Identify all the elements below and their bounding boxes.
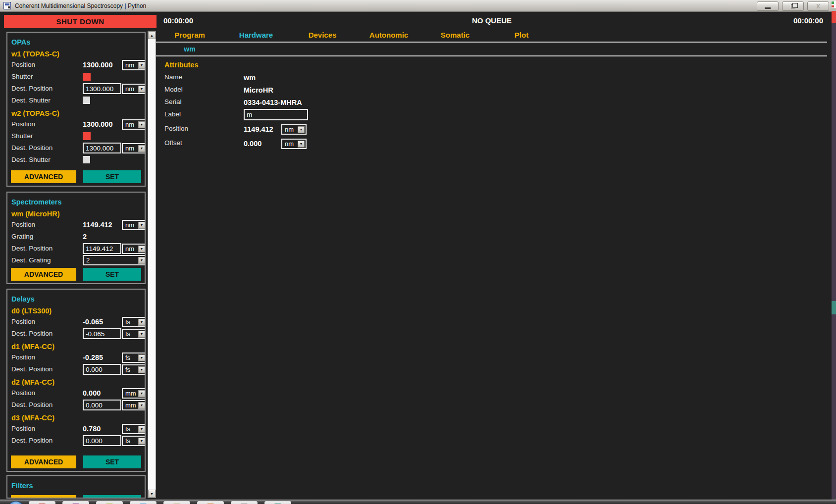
set-button[interactable]: SET bbox=[83, 170, 141, 183]
unit-select[interactable]: fs▼ bbox=[122, 436, 146, 446]
advanced-button[interactable]: ADVANCED bbox=[11, 170, 76, 183]
unit-select[interactable]: fs▼ bbox=[122, 353, 146, 363]
advanced-button[interactable]: ADVANCED bbox=[11, 268, 76, 281]
shutter-indicator bbox=[83, 132, 91, 140]
tab-separator-line bbox=[154, 42, 827, 43]
background-window-icon bbox=[832, 1, 836, 8]
tab-plot[interactable]: Plot bbox=[488, 31, 555, 39]
row-label: Shutter bbox=[11, 73, 33, 80]
taskbar-button[interactable] bbox=[96, 501, 123, 504]
row-dest-grating: Dest. Grating2▼ bbox=[11, 255, 145, 267]
row-position: Position0.780fs▼ bbox=[11, 423, 145, 435]
unit-select[interactable]: 2▼ bbox=[83, 255, 146, 265]
tab-devices[interactable]: Devices bbox=[289, 31, 356, 39]
attr-label: Name bbox=[164, 73, 182, 81]
chevron-down-icon: ▼ bbox=[138, 354, 145, 361]
chevron-down-icon: ▼ bbox=[138, 145, 145, 152]
panel-title: Filters bbox=[7, 479, 145, 491]
taskbar-button[interactable] bbox=[264, 501, 291, 504]
unit-select[interactable]: mm▼ bbox=[122, 400, 146, 410]
taskbar-button[interactable] bbox=[197, 501, 224, 504]
advanced-button[interactable]: ADVANCED bbox=[11, 455, 76, 468]
chevron-down-icon: ▼ bbox=[138, 426, 145, 433]
unit-label: mm bbox=[125, 390, 136, 397]
unit-label: nm bbox=[125, 121, 134, 128]
unit-select[interactable]: nm▼ bbox=[122, 60, 146, 70]
subtab-wm[interactable]: wm bbox=[157, 45, 223, 53]
attr-label: Offset bbox=[164, 139, 182, 147]
unit-select[interactable]: nm▼ bbox=[122, 143, 146, 153]
scroll-down-button[interactable]: ▼ bbox=[148, 490, 156, 498]
background-window-edge bbox=[832, 0, 836, 504]
scroll-up-button[interactable]: ▲ bbox=[148, 31, 156, 39]
row-position: Position-0.065fs▼ bbox=[11, 316, 145, 328]
row-label: Dest. Grating bbox=[11, 256, 51, 264]
tab-program[interactable]: Program bbox=[157, 31, 223, 39]
unit-select[interactable]: nm▼ bbox=[281, 124, 307, 135]
attr-label: Position bbox=[164, 125, 188, 132]
taskbar-button[interactable] bbox=[163, 501, 190, 504]
taskbar-button[interactable] bbox=[29, 501, 55, 504]
subtab-separator-line bbox=[154, 55, 827, 56]
maximize-button[interactable] bbox=[782, 1, 804, 11]
panel-buttons: ADVANCEDSET bbox=[11, 170, 141, 183]
taskbar-button[interactable] bbox=[62, 501, 89, 504]
close-icon: X bbox=[816, 3, 820, 10]
dest-position-input[interactable] bbox=[83, 83, 121, 94]
unit-select[interactable]: nm▼ bbox=[281, 139, 307, 149]
attributes-section: Attributes NamewmModelMicroHRSerial0334-… bbox=[164, 58, 372, 152]
unit-select[interactable]: mm▼ bbox=[122, 388, 146, 399]
app-icon bbox=[3, 2, 11, 9]
row-value: -0.065 bbox=[83, 318, 103, 326]
row-label: Position bbox=[11, 61, 35, 68]
taskbar-button[interactable] bbox=[231, 501, 258, 504]
chevron-down-icon: ▼ bbox=[138, 246, 145, 252]
tab-hardware[interactable]: Hardware bbox=[223, 31, 289, 39]
dest-shutter-checkbox[interactable] bbox=[83, 156, 90, 163]
advanced-button[interactable]: ADVANCED bbox=[11, 495, 76, 499]
attributes-title: Attributes bbox=[164, 58, 372, 72]
remaining-timer: 00:00:00 bbox=[793, 16, 823, 25]
dest-position-input[interactable] bbox=[83, 435, 121, 446]
sidebar-scrollbar[interactable]: ▲ ▼ bbox=[148, 31, 156, 498]
unit-label: nm bbox=[125, 61, 134, 69]
unit-select[interactable]: fs▼ bbox=[122, 364, 146, 375]
row-value: 1149.412 bbox=[83, 221, 112, 229]
set-button[interactable]: SET bbox=[83, 455, 141, 468]
dest-position-input[interactable] bbox=[83, 328, 121, 339]
dest-shutter-checkbox[interactable] bbox=[83, 97, 90, 104]
dest-position-input[interactable] bbox=[83, 364, 121, 375]
unit-label: fs bbox=[125, 318, 130, 326]
unit-label: fs bbox=[125, 425, 130, 433]
start-button[interactable] bbox=[8, 501, 24, 504]
taskbar-button[interactable] bbox=[130, 501, 157, 504]
minimize-button[interactable] bbox=[757, 1, 779, 11]
unit-select[interactable]: nm▼ bbox=[122, 119, 146, 130]
tab-autonomic[interactable]: Autonomic bbox=[356, 31, 422, 39]
dest-position-input[interactable] bbox=[83, 243, 121, 254]
unit-select[interactable]: nm▼ bbox=[122, 220, 146, 230]
row-dest-shutter: Dest. Shutter bbox=[11, 95, 145, 107]
shut-down-button[interactable]: SHUT DOWN bbox=[4, 15, 157, 28]
unit-select[interactable]: nm▼ bbox=[122, 84, 146, 94]
unit-select[interactable]: nm▼ bbox=[122, 244, 146, 254]
unit-label: nm bbox=[125, 85, 134, 93]
set-button[interactable]: SET bbox=[83, 495, 141, 499]
row-position: Position0.000mm▼ bbox=[11, 388, 145, 400]
dest-position-input[interactable] bbox=[83, 143, 121, 153]
label-input[interactable] bbox=[244, 109, 308, 120]
dest-position-input[interactable] bbox=[83, 400, 121, 410]
unit-select[interactable]: fs▼ bbox=[122, 329, 146, 339]
row-label: Dest. Shutter bbox=[11, 156, 51, 163]
chevron-down-icon: ▼ bbox=[138, 86, 145, 93]
attr-value: MicroHR bbox=[244, 86, 273, 94]
unit-select[interactable]: fs▼ bbox=[122, 317, 146, 327]
panel-opas: OPAsw1 (TOPAS-C)Position1300.000nm▼Shutt… bbox=[6, 32, 146, 187]
set-button[interactable]: SET bbox=[83, 268, 141, 281]
panel-title: Spectrometers bbox=[7, 196, 145, 207]
unit-label: nm bbox=[285, 140, 294, 148]
close-button[interactable]: X bbox=[807, 1, 829, 11]
tab-somatic[interactable]: Somatic bbox=[422, 31, 488, 39]
unit-select[interactable]: fs▼ bbox=[122, 424, 146, 434]
row-position: Position1300.000nm▼ bbox=[11, 119, 145, 131]
